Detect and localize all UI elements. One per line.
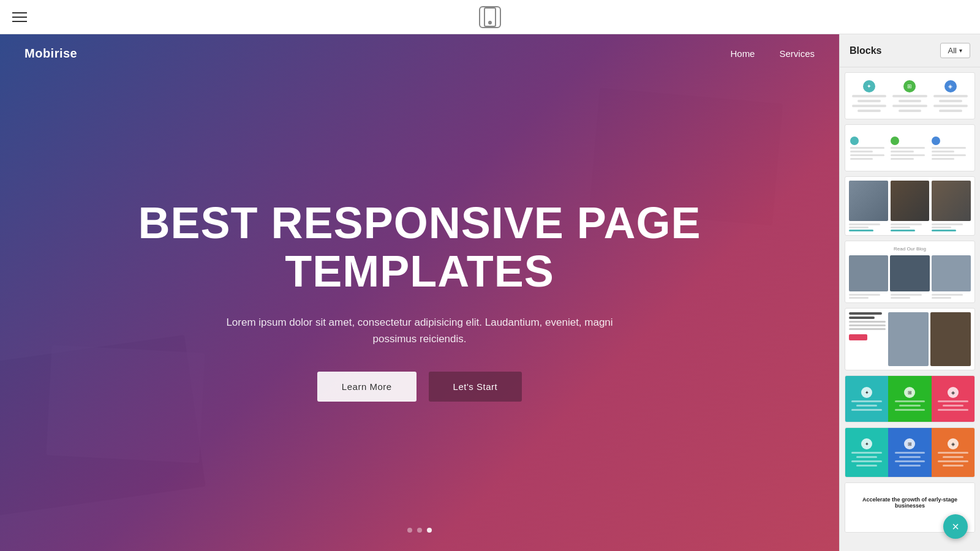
learn-more-button[interactable]: Learn More: [317, 372, 417, 402]
panel-header: Blocks All ▾: [840, 34, 980, 67]
dot-icon-2: [891, 137, 899, 145]
canvas-area: Mobirise Home Services BEST RESPONSIVE P…: [0, 34, 839, 551]
right-panel: Blocks All ▾ ✦ ⊞: [839, 34, 980, 551]
filter-label: All: [948, 46, 957, 55]
teal-line-1: [851, 452, 882, 454]
top-bar: [0, 0, 980, 34]
line-5: [892, 95, 927, 97]
dot-3[interactable]: [427, 528, 432, 533]
line-b1: [891, 147, 925, 149]
nav-link-services[interactable]: Services: [779, 48, 815, 59]
col-icon-2: ⊞: [904, 387, 915, 398]
line-a4: [850, 158, 873, 160]
line-a2: [850, 151, 873, 152]
link-indicator-2: [891, 230, 915, 231]
news-photos: [888, 312, 971, 366]
tline-3: [891, 223, 922, 225]
line-c1: [932, 147, 966, 149]
hero-title: BEST RESPONSIVE PAGE TEMPLATES: [61, 199, 778, 296]
teal-line-4: [856, 465, 877, 467]
news-photo-2: [930, 312, 971, 366]
col-teal: ✦: [845, 428, 888, 477]
news-sub-1: [849, 321, 886, 323]
col-1: ✦: [850, 80, 888, 112]
dot-icon-3: [932, 137, 940, 145]
line-3: [852, 105, 886, 107]
col-line-3c: [938, 409, 968, 411]
orange-line-2: [943, 456, 963, 458]
block-colored-cols[interactable]: ✦ ⊞ ◈: [845, 375, 975, 422]
hero-subtitle: Lorem ipsum dolor sit amet, consectetur …: [205, 314, 634, 347]
block-photo-grid[interactable]: [845, 176, 975, 236]
line-b3: [891, 154, 925, 156]
mobile-device-icon[interactable]: [479, 6, 501, 28]
blog-text-3: [932, 294, 971, 299]
photo-1: [849, 181, 888, 221]
line-6: [899, 100, 921, 102]
blog-text-1: [849, 294, 888, 299]
col-1: [850, 137, 888, 160]
block-thumb-content: ✦ ⊞ ◈: [845, 73, 974, 119]
news-photo-1: [888, 312, 929, 366]
teal-line-2: [856, 456, 877, 458]
col-line-1c: [851, 409, 882, 411]
lets-start-button[interactable]: Let's Start: [429, 372, 522, 402]
btline-5: [932, 294, 963, 296]
filter-button[interactable]: All ▾: [940, 43, 970, 58]
line-2: [858, 100, 880, 102]
line-c3: [932, 154, 966, 156]
dot-2[interactable]: [417, 528, 422, 533]
col-line-3a: [938, 400, 968, 402]
col-line-1b: [856, 405, 877, 407]
photo-row: [849, 181, 971, 221]
blog-label: Read Our Blog: [849, 245, 971, 253]
col-line-3b: [943, 405, 963, 407]
nav-link-home[interactable]: Home: [730, 48, 755, 59]
hero-content: BEST RESPONSIVE PAGE TEMPLATES Lorem ips…: [0, 73, 839, 528]
marketing-title: Accelerate the growth of early-stage bus…: [851, 497, 968, 509]
block-blog-grid[interactable]: Read Our Blog: [845, 241, 975, 303]
dot-icon-1: [850, 137, 859, 145]
line-11: [933, 105, 968, 107]
block-teal-cols[interactable]: ✦ ⊞ ◈: [845, 427, 975, 478]
col-line-2b: [899, 405, 920, 407]
orange-line-4: [943, 465, 963, 467]
block-thumb-content-2: [845, 125, 974, 171]
line-a3: [850, 154, 884, 156]
orange-line-3: [938, 460, 968, 462]
hero-section: Mobirise Home Services BEST RESPONSIVE P…: [0, 34, 839, 551]
news-badge: [849, 334, 867, 340]
news-title-2: [849, 317, 875, 319]
nav-item-home[interactable]: Home: [730, 48, 755, 59]
site-logo: Mobirise: [24, 47, 77, 61]
dot-1[interactable]: [407, 528, 412, 533]
block-thumb-content-4: Read Our Blog: [845, 241, 974, 302]
block-news-split[interactable]: [845, 308, 975, 370]
col-line-1a: [851, 400, 882, 402]
nav-item-services[interactable]: Services: [779, 48, 815, 59]
blue-line-3: [895, 460, 925, 462]
hamburger-menu[interactable]: [12, 12, 27, 22]
blog-photo-3: [932, 255, 971, 291]
panel-title: Blocks: [850, 45, 881, 56]
block-features-icons[interactable]: ✦ ⊞ ◈: [845, 72, 975, 119]
btline-2: [849, 297, 869, 299]
photo-3: [932, 181, 971, 221]
line-12: [939, 110, 962, 112]
block-thumb-content-7: ✦ ⊞ ◈: [845, 428, 974, 477]
block-thumb-content-3: [845, 177, 974, 235]
blog-text-row: [849, 294, 971, 299]
col-cyan: ✦: [845, 376, 888, 422]
news-sub-2: [849, 324, 886, 326]
blog-photo-1: [849, 255, 888, 291]
block-features-dots[interactable]: [845, 124, 975, 171]
line-8: [899, 110, 921, 112]
close-button[interactable]: ×: [943, 514, 968, 539]
blue-line-4: [899, 465, 920, 467]
line-7: [892, 105, 927, 107]
teal-line-3: [851, 460, 882, 462]
btline-4: [891, 297, 910, 299]
col-line-2a: [895, 400, 925, 402]
col-3: [932, 137, 970, 160]
line-b2: [891, 151, 913, 152]
